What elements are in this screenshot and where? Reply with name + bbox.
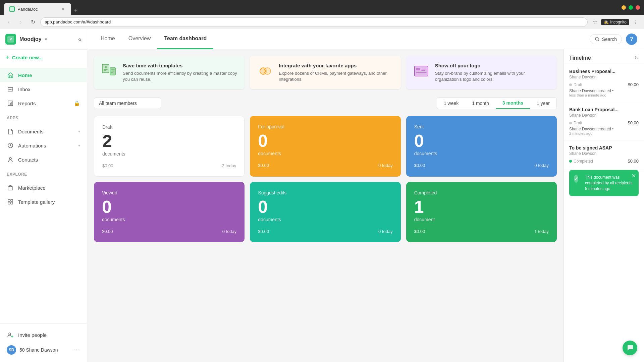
stats-grid: Draft 2 documents $0.00 2 today For appr…: [94, 116, 557, 242]
address-bar[interactable]: app.pandadoc.com/a/#/dashboard: [40, 17, 588, 27]
chat-bubble-button[interactable]: [623, 341, 637, 355]
content-area: Save time with templates Send documents …: [87, 49, 644, 362]
sidebar-item-home[interactable]: Home: [0, 68, 87, 82]
bank-loan-status-row: Draft $0.00: [569, 120, 639, 125]
for-approval-sublabel: documents: [258, 151, 392, 156]
stat-card-viewed[interactable]: Viewed 0 documents $0.00 0 today: [94, 182, 245, 242]
bank-loan-status-label: Draft: [574, 121, 582, 125]
business-proposal-time: less than a minute ago: [569, 93, 639, 97]
user-menu-dots[interactable]: ···: [74, 347, 80, 353]
time-filter-3months[interactable]: 3 months: [496, 98, 530, 109]
sidebar-item-documents[interactable]: Documents ▾: [0, 124, 87, 138]
brand-logo: P: [5, 34, 16, 45]
notif-text: This document was completed by all recip…: [585, 175, 634, 191]
sidebar-item-automations[interactable]: Automations ▾: [0, 138, 87, 153]
tab-close-button[interactable]: ✕: [60, 6, 66, 12]
automations-expand-icon[interactable]: ▾: [78, 143, 80, 148]
time-filter-week[interactable]: 1 week: [437, 98, 465, 109]
sidebar-item-marketplace[interactable]: Marketplace: [0, 181, 87, 195]
svg-rect-14: [102, 64, 109, 73]
timeline-item-bank-loan[interactable]: Bank Loan Proposal... Shane Dawson Draft…: [564, 102, 644, 140]
menu-button[interactable]: ⋮: [631, 17, 640, 27]
timeline-panel: Timeline ↻ Business Proposal... Shane Da…: [564, 49, 644, 362]
logo-promo-title: Show off your logo: [435, 63, 550, 68]
stat-card-sent[interactable]: Sent 0 documents $0.00 0 today: [406, 116, 557, 177]
minimize-button[interactable]: [622, 5, 626, 10]
timeline-refresh-button[interactable]: ↻: [634, 55, 639, 61]
promo-card-templates: Save time with templates Send documents …: [94, 56, 245, 89]
tab-team-dashboard[interactable]: Team dashboard: [157, 29, 213, 49]
incognito-badge: 🕵️ Incognito: [601, 19, 629, 25]
business-proposal-status-row: Draft $0.00: [569, 82, 639, 87]
documents-expand-icon[interactable]: ▾: [78, 129, 80, 134]
bookmark-button[interactable]: ☆: [590, 17, 600, 27]
stat-card-for-approval[interactable]: For approval 0 documents $0.00 0 today: [250, 116, 400, 177]
business-proposal-author: Shane Dawson: [569, 75, 639, 79]
business-proposal-status-label: Draft: [574, 82, 582, 87]
integrations-promo-text: Integrate with your favorite apps Explor…: [279, 63, 394, 82]
bank-loan-status: Draft: [569, 121, 582, 125]
maximize-button[interactable]: [629, 5, 633, 10]
bank-loan-title: Bank Loan Proposal...: [569, 107, 639, 112]
business-proposal-amount: $0.00: [628, 82, 639, 87]
viewed-number: 0: [102, 198, 236, 216]
stat-card-suggest-edits[interactable]: Suggest edits 0 documents $0.00 0 today: [250, 182, 400, 242]
brand-name: Moodjoy: [19, 36, 42, 42]
help-button[interactable]: ?: [626, 34, 637, 45]
time-filter-month[interactable]: 1 month: [465, 98, 496, 109]
tab-title: PandaDoc: [17, 7, 38, 12]
sidebar-item-reports[interactable]: Reports 🔒: [0, 96, 87, 110]
automations-icon: [7, 142, 14, 149]
tab-home[interactable]: Home: [94, 29, 122, 49]
stat-card-completed[interactable]: Completed 1 document $0.00 1 today: [406, 182, 557, 242]
stat-card-draft[interactable]: Draft 2 documents $0.00 2 today: [94, 116, 245, 177]
brand-dropdown-icon[interactable]: ▾: [45, 37, 47, 42]
reports-icon: [7, 100, 14, 107]
close-button[interactable]: [636, 5, 640, 10]
svg-point-18: [264, 68, 271, 74]
to-be-signed-title: To be signed ASAP: [569, 145, 639, 150]
tab-overview[interactable]: Overview: [122, 29, 158, 49]
promo-card-integrations: Integrate with your favorite apps Explor…: [250, 56, 400, 89]
timeline-title: Timeline: [569, 55, 591, 61]
time-filter-year[interactable]: 1 year: [530, 98, 556, 109]
sent-footer: $0.00 0 today: [414, 163, 549, 168]
search-button[interactable]: Search: [590, 34, 622, 44]
reload-button[interactable]: ↻: [28, 17, 38, 27]
to-be-signed-amount: $0.00: [628, 159, 639, 164]
notif-close-button[interactable]: ✕: [632, 173, 636, 179]
sidebar-item-home-label: Home: [18, 72, 32, 78]
timeline-item-business-proposal[interactable]: Business Proposal... Shane Dawson Draft …: [564, 64, 644, 102]
suggest-edits-number: 0: [258, 198, 392, 216]
svg-rect-16: [110, 68, 115, 75]
team-select-input[interactable]: All team members Shane Dawson: [94, 98, 161, 109]
invite-people-button[interactable]: Invite people: [0, 328, 87, 342]
explore-section-title: EXPLORE: [0, 169, 87, 178]
sidebar-item-contacts[interactable]: Contacts: [0, 153, 87, 167]
incognito-label: Incognito: [610, 20, 627, 24]
user-profile-item[interactable]: SD 50 Shane Dawson ···: [0, 342, 87, 358]
create-label: Create new...: [12, 55, 43, 60]
sidebar-collapse-button[interactable]: «: [78, 36, 82, 43]
svg-rect-15: [105, 66, 107, 68]
new-tab-button[interactable]: +: [71, 6, 80, 15]
timeline-item-to-be-signed[interactable]: To be signed ASAP Shane Dawson Completed…: [564, 140, 644, 170]
nav-bar: ‹ › ↻ app.pandadoc.com/a/#/dashboard ☆ 🕵…: [0, 15, 644, 29]
for-approval-amount: $0.00: [258, 163, 269, 168]
user-avatar: SD: [7, 345, 16, 355]
suggest-edits-amount: $0.00: [258, 229, 269, 234]
active-tab[interactable]: PandaDoc ✕: [4, 3, 71, 15]
draft-number: 2: [102, 132, 236, 150]
sidebar-item-inbox[interactable]: Inbox: [0, 82, 87, 96]
completed-label: Completed: [414, 190, 549, 195]
svg-rect-10: [8, 202, 10, 204]
sidebar-item-template-gallery[interactable]: Template gallery: [0, 195, 87, 209]
contacts-icon: [7, 156, 14, 163]
forward-button[interactable]: ›: [16, 17, 25, 27]
user-name: 50 Shane Dawson: [19, 347, 58, 353]
back-button[interactable]: ‹: [4, 17, 13, 27]
create-new-button[interactable]: + Create new...: [5, 54, 82, 61]
viewed-label: Viewed: [102, 190, 236, 195]
bank-loan-status-dot: [569, 122, 572, 124]
completed-sublabel: document: [414, 217, 549, 222]
